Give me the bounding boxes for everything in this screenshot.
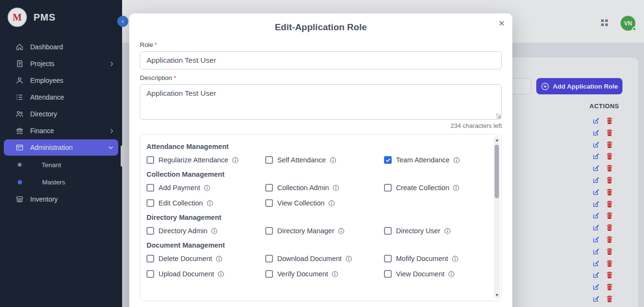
role-label: Role*	[140, 41, 502, 48]
characters-left-counter: 234 characters left	[140, 122, 502, 129]
permission-create-collection: Create Collection	[384, 184, 485, 192]
info-icon[interactable]	[211, 228, 217, 234]
permission-edit-collection: Edit Collection	[147, 199, 265, 207]
permission-group-title: Directory Management	[147, 214, 485, 221]
permission-directory-admin: Directory Admin	[147, 227, 265, 235]
info-icon[interactable]	[448, 271, 454, 277]
permission-label: Delete Document	[158, 255, 212, 262]
checkbox-download-document[interactable]	[265, 255, 273, 262]
permission-team-attendance: Team Attendance	[384, 156, 485, 164]
info-icon[interactable]	[232, 157, 238, 163]
info-icon[interactable]	[328, 200, 335, 206]
info-icon[interactable]	[204, 185, 210, 191]
permission-label: Directory User	[396, 227, 441, 235]
info-icon[interactable]	[452, 256, 458, 262]
edit-application-role-dialog: × Edit-Application Role Role* Descriptio…	[129, 13, 512, 307]
info-icon[interactable]	[444, 228, 451, 234]
checkbox-directory-manager[interactable]	[265, 227, 273, 235]
info-icon[interactable]	[216, 256, 222, 262]
scroll-up-icon[interactable]	[496, 139, 498, 141]
permission-view-collection: View Collection	[265, 199, 384, 207]
info-icon[interactable]	[218, 271, 224, 277]
permission-directory-user: Directory User	[384, 227, 485, 235]
permission-download-document: Download Document	[265, 255, 384, 262]
role-input[interactable]	[140, 51, 502, 69]
checkbox-view-collection[interactable]	[265, 199, 273, 207]
permission-label: Collection Admin	[277, 184, 329, 192]
permission-label: Mofify Document	[396, 255, 448, 262]
info-icon[interactable]	[453, 157, 460, 163]
permissions-panel: Attendance ManagementRegularize Attendan…	[140, 134, 502, 301]
permission-mofify-document: Mofify Document	[384, 255, 485, 262]
permission-group-collection-management: Collection ManagementAdd PaymentCollecti…	[147, 171, 485, 207]
checkbox-regularize-attendance[interactable]	[147, 156, 154, 164]
permission-directory-manager: Directory Manager	[265, 227, 384, 235]
permission-group-document-management: Document ManagementDelete DocumentDownlo…	[147, 241, 485, 278]
permission-label: Directory Manager	[277, 227, 334, 235]
permission-upload-document: Upload Document	[147, 270, 265, 278]
info-icon[interactable]	[453, 185, 459, 191]
permission-label: Self Attendance	[277, 156, 326, 164]
permission-label: Create Collection	[396, 184, 449, 192]
info-icon[interactable]	[338, 228, 344, 234]
checkbox-self-attendance[interactable]	[265, 156, 273, 164]
permission-label: Download Document	[277, 255, 342, 262]
permission-label: Upload Document	[158, 270, 214, 278]
description-label: Description*	[140, 74, 502, 81]
permission-label: View Document	[396, 270, 444, 278]
permission-add-payment: Add Payment	[147, 184, 265, 192]
permission-group-directory-management: Directory ManagementDirectory AdminDirec…	[147, 214, 485, 235]
checkbox-view-document[interactable]	[384, 270, 392, 278]
scrollbar[interactable]	[494, 136, 500, 299]
permission-label: Team Attendance	[396, 156, 450, 164]
permission-label: Regularize Attendance	[158, 156, 228, 164]
permission-verify-document: Verify Document	[265, 270, 384, 278]
info-icon[interactable]	[330, 157, 336, 163]
info-icon[interactable]	[207, 200, 213, 206]
permission-self-attendance: Self Attendance	[265, 156, 384, 164]
description-field-block: Description* Application Test User 234 c…	[140, 74, 502, 129]
permission-regularize-attendance: Regularize Attendance	[147, 156, 265, 164]
permission-label: Add Payment	[158, 184, 200, 192]
info-icon[interactable]	[346, 256, 352, 262]
permissions-scroll-area: Attendance ManagementRegularize Attendan…	[140, 135, 501, 301]
checkbox-create-collection[interactable]	[384, 184, 392, 192]
checkbox-mofify-document[interactable]	[384, 255, 392, 262]
role-field-block: Role*	[140, 41, 502, 69]
checkbox-directory-admin[interactable]	[147, 227, 154, 235]
permission-label: Verify Document	[277, 270, 328, 278]
checkbox-directory-user[interactable]	[384, 227, 392, 235]
dialog-title: Edit-Application Role	[140, 22, 502, 33]
permission-label: Directory Admin	[158, 227, 207, 235]
checkbox-edit-collection[interactable]	[147, 199, 154, 207]
checkbox-add-payment[interactable]	[147, 184, 154, 192]
required-mark: *	[155, 41, 157, 48]
checkbox-verify-document[interactable]	[265, 270, 273, 278]
checkbox-collection-admin[interactable]	[265, 184, 273, 192]
permission-group-title: Document Management	[147, 241, 485, 249]
permission-group-attendance-management: Attendance ManagementRegularize Attendan…	[147, 143, 485, 164]
permission-group-title: Collection Management	[147, 171, 485, 178]
description-textarea[interactable]: Application Test User	[140, 84, 502, 120]
permission-delete-document: Delete Document	[147, 255, 265, 262]
permission-label: Edit Collection	[158, 199, 203, 207]
permission-view-document: View Document	[384, 270, 485, 278]
checkbox-upload-document[interactable]	[147, 270, 154, 278]
info-icon[interactable]	[333, 185, 339, 191]
info-icon[interactable]	[332, 271, 338, 277]
permission-collection-admin: Collection Admin	[265, 184, 384, 192]
permission-group-title: Attendance Management	[147, 143, 485, 150]
checkbox-team-attendance[interactable]	[384, 156, 392, 164]
scroll-down-icon[interactable]	[496, 294, 498, 296]
scrollbar-thumb[interactable]	[495, 145, 499, 198]
required-mark: *	[174, 74, 176, 81]
close-icon[interactable]: ×	[498, 18, 505, 29]
permission-label: View Collection	[277, 199, 325, 207]
checkbox-delete-document[interactable]	[147, 255, 154, 262]
